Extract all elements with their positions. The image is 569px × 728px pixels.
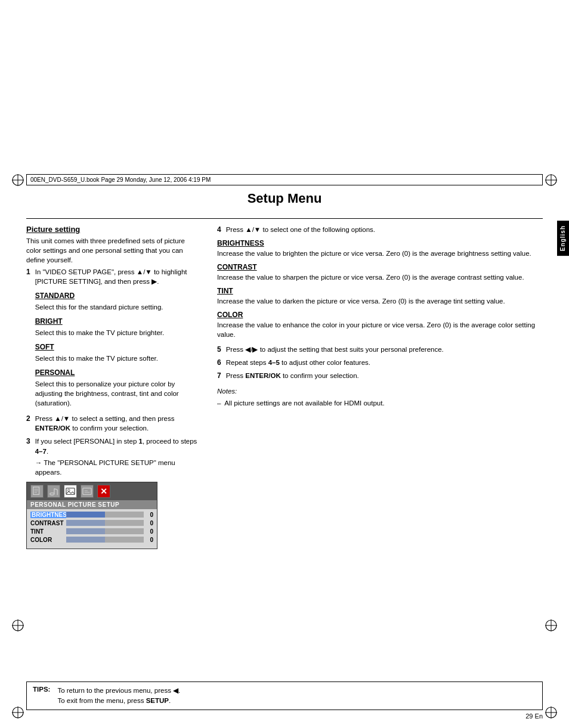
contrast-label: CONTRAST xyxy=(30,520,66,526)
step-7-num: 7 xyxy=(217,371,221,380)
tips-line-1: To return to the previous menu, press ◀. xyxy=(57,686,180,696)
color-label: COLOR xyxy=(30,537,66,543)
contrast-desc: Increase the value to sharpen the pictur… xyxy=(217,272,543,282)
corner-crosshair-bl xyxy=(11,618,25,633)
step-4-num: 4 xyxy=(217,225,221,234)
corner-crosshair-bottom-r xyxy=(544,705,558,720)
left-column: Picture setting This unit comes with thr… xyxy=(26,225,199,549)
contrast-section: CONTRAST Increase the value to sharpen t… xyxy=(217,263,543,282)
menu-icon-page xyxy=(30,485,44,498)
step-2-num: 2 xyxy=(26,414,30,433)
menu-rows: BRIGHTNESS 0 CONTRAST 0 xyxy=(27,509,157,549)
step-4: 4 Press ▲/▼ to select one of the followi… xyxy=(217,225,543,234)
step-6-text: Repeat steps 4–5 to adjust other color f… xyxy=(226,358,370,367)
step-5-num: 5 xyxy=(217,345,221,354)
menu-icon-picture xyxy=(64,485,77,498)
menu-row-color: COLOR 0 xyxy=(30,537,153,543)
standard-title: STANDARD xyxy=(35,291,199,301)
standard-text: Select this for the standard picture set… xyxy=(35,302,199,312)
step-1-num: 1 xyxy=(26,268,30,410)
brightness-title: BRIGHTNESS xyxy=(217,239,543,247)
page-number: 29 En xyxy=(525,712,543,720)
picture-setting-intro: This unit comes with three predefined se… xyxy=(26,236,199,265)
menu-icon-sub xyxy=(81,485,94,498)
brightness-bar xyxy=(66,512,144,518)
file-bar: 00EN_DVD-S659_U.book Page 29 Monday, Jun… xyxy=(26,174,543,185)
contrast-bar xyxy=(66,520,144,526)
step-3-num: 3 xyxy=(26,437,30,476)
color-title: COLOR xyxy=(217,311,543,319)
bright-text: Select this to make the TV picture brigh… xyxy=(35,328,199,337)
step-4-text: Press ▲/▼ to select one of the following… xyxy=(226,225,375,234)
step-3-text: If you select [PERSONAL] in step 1, proc… xyxy=(35,436,199,456)
step-5: 5 Press ◀/▶ to adjust the setting that b… xyxy=(217,345,543,354)
corner-crosshair-br xyxy=(544,618,558,633)
svg-rect-16 xyxy=(83,488,91,494)
brightness-desc: Increase the value to brighten the pictu… xyxy=(217,249,543,258)
svg-line-12 xyxy=(54,488,57,490)
tint-label: TINT xyxy=(30,528,66,535)
tips-label: TIPS: xyxy=(33,686,50,707)
step-2: 2 Press ▲/▼ to select a setting, and the… xyxy=(26,414,199,433)
menu-row-brightness: BRIGHTNESS 0 xyxy=(30,512,153,518)
step-3: 3 If you select [PERSONAL] in step 1, pr… xyxy=(26,436,199,476)
color-bar xyxy=(66,537,144,543)
tint-title: TINT xyxy=(217,287,543,295)
bright-title: BRIGHT xyxy=(35,317,199,327)
menu-row-contrast: CONTRAST 0 xyxy=(30,520,153,526)
color-section: COLOR Increase the value to enhance the … xyxy=(217,311,543,339)
step-1-text: In "VIDEO SETUP PAGE", press ▲/▼ to high… xyxy=(35,267,199,286)
english-tab: English xyxy=(557,221,569,256)
tint-desc: Increase the value to darken the picture… xyxy=(217,296,543,306)
corner-crosshair-bottom-l xyxy=(11,705,25,720)
step-1: 1 In "VIDEO SETUP PAGE", press ▲/▼ to hi… xyxy=(26,267,199,410)
brightness-label: BRIGHTNESS xyxy=(30,512,66,518)
right-column: 4 Press ▲/▼ to select one of the followi… xyxy=(217,225,543,549)
tips-line-2: To exit from the menu, press SETUP. xyxy=(57,696,180,706)
step-7: 7 Press ENTER/OK to confirm your selecti… xyxy=(217,371,543,380)
contrast-value: 0 xyxy=(146,520,153,526)
tint-value: 0 xyxy=(146,528,153,535)
brightness-section: BRIGHTNESS Increase the value to brighte… xyxy=(217,239,543,258)
step-6: 6 Repeat steps 4–5 to adjust other color… xyxy=(217,358,543,367)
color-desc: Increase the value to enhance the color … xyxy=(217,320,543,339)
soft-text: Select this to make the TV picture softe… xyxy=(35,354,199,363)
menu-icon-audio xyxy=(47,485,60,498)
step-3-arrow-text: → The "PERSONAL PICTURE SETUP" menu appe… xyxy=(35,458,199,477)
brightness-value: 0 xyxy=(146,512,153,518)
notes-section: Notes: – All picture settings are not av… xyxy=(217,386,543,408)
menu-icon-close: ✕ xyxy=(97,485,110,498)
corner-crosshair-tr xyxy=(544,173,558,187)
step-7-text: Press ENTER/OK to confirm your selection… xyxy=(226,371,359,380)
menu-row-tint: TINT 0 xyxy=(30,528,153,535)
corner-crosshair-tl xyxy=(11,173,25,187)
step-2-text: Press ▲/▼ to select a setting, and then … xyxy=(35,414,199,433)
tips-box: TIPS: To return to the previous menu, pr… xyxy=(26,681,543,711)
contrast-title: CONTRAST xyxy=(217,263,543,271)
step-6-num: 6 xyxy=(217,358,221,367)
menu-header-text: PERSONAL PICTURE SETUP xyxy=(27,500,157,509)
svg-rect-14 xyxy=(66,488,75,494)
color-value: 0 xyxy=(146,537,153,543)
soft-title: SOFT xyxy=(35,342,199,352)
svg-point-10 xyxy=(50,492,54,495)
picture-setting-title: Picture setting xyxy=(26,225,199,234)
personal-text: Select this to personalize your picture … xyxy=(35,379,199,408)
menu-screenshot: ✕ PERSONAL PICTURE SETUP BRIGHTNESS 0 CO… xyxy=(26,482,157,549)
notes-text-1: – All picture settings are not available… xyxy=(217,398,543,408)
personal-title: PERSONAL xyxy=(35,368,199,378)
notes-title: Notes: xyxy=(217,386,543,396)
menu-icons-row: ✕ xyxy=(27,482,157,500)
tint-section: TINT Increase the value to darken the pi… xyxy=(217,287,543,306)
tips-content: To return to the previous menu, press ◀.… xyxy=(57,686,180,707)
page-title: Setup Menu xyxy=(26,191,543,206)
tint-bar xyxy=(66,528,144,534)
step-5-text: Press ◀/▶ to adjust the setting that bes… xyxy=(226,345,444,354)
